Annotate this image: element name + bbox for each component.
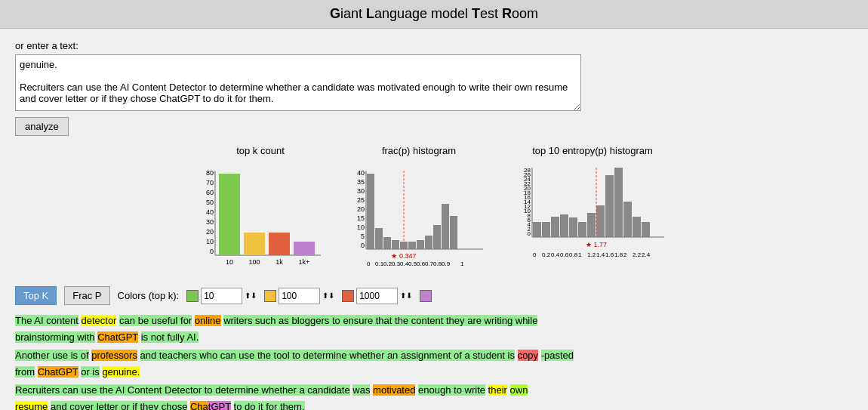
color-swatch-green (186, 290, 199, 302)
hl-span: Another use is of (15, 350, 89, 361)
svg-text:0.4: 0.4 (551, 251, 560, 258)
frac-p-chart: frac(p) histogram 40 35 30 25 20 15 10 5… (343, 145, 494, 277)
svg-rect-83 (642, 222, 650, 237)
svg-text:10: 10 (206, 238, 214, 245)
svg-rect-75 (569, 217, 577, 237)
color-value-1[interactable] (201, 288, 242, 304)
hl-span: enough to write (418, 384, 485, 396)
svg-text:2: 2 (623, 251, 627, 258)
svg-text:20: 20 (357, 205, 365, 213)
hl-span: to do it for them. (234, 401, 305, 410)
top-k-tab[interactable]: Top K (15, 286, 57, 305)
frac-p-svg: 40 35 30 25 20 15 10 5 0 (343, 160, 494, 277)
color-value-2[interactable] (279, 288, 320, 304)
hl-span: own (510, 384, 528, 396)
svg-rect-78 (596, 205, 605, 237)
svg-rect-73 (551, 217, 559, 237)
svg-text:0: 0 (533, 251, 537, 258)
svg-rect-79 (605, 175, 614, 237)
top-k-title: top k count (236, 145, 285, 156)
hl-span: motivated (373, 384, 415, 396)
svg-text:0.1: 0.1 (375, 260, 384, 267)
svg-rect-71 (533, 222, 541, 237)
svg-text:40: 40 (206, 208, 214, 216)
svg-text:1k: 1k (275, 258, 283, 266)
hl-span: copy (518, 350, 538, 361)
svg-text:30: 30 (206, 218, 214, 226)
color-group-2: ⬆⬇ (264, 288, 334, 304)
top-k-svg: 80 70 60 50 40 30 20 10 0 10 100 (192, 160, 328, 277)
svg-text:0.2: 0.2 (383, 260, 392, 267)
paragraph-3: Recruiters can use the AI Content Detect… (15, 382, 581, 410)
hl-span: their (488, 384, 507, 396)
arrow-icon-2: ⬆⬇ (322, 291, 334, 300)
color-swatch-yellow (264, 290, 276, 302)
svg-rect-30 (367, 174, 374, 249)
svg-text:60: 60 (206, 189, 214, 196)
svg-text:0.6: 0.6 (417, 260, 426, 267)
svg-text:100: 100 (248, 258, 260, 266)
svg-rect-77 (587, 213, 596, 237)
svg-text:0: 0 (528, 230, 531, 237)
hl-span: ChatGPT (38, 366, 78, 378)
hl-span: online (195, 315, 221, 326)
svg-text:0.5: 0.5 (408, 260, 417, 267)
hl-span: was (352, 384, 370, 396)
svg-rect-82 (633, 217, 641, 237)
svg-text:2.4: 2.4 (642, 251, 651, 258)
svg-rect-14 (294, 242, 315, 255)
hl-span: resume (15, 401, 48, 410)
svg-rect-11 (219, 174, 240, 255)
svg-text:30: 30 (357, 187, 365, 195)
text-input[interactable]: genuine. Recruiters can use the AI Conte… (15, 54, 581, 111)
svg-text:1: 1 (578, 251, 582, 258)
svg-text:40: 40 (357, 169, 365, 177)
color-group-3: ⬆⬇ (342, 288, 412, 304)
svg-rect-40 (450, 216, 457, 249)
svg-text:★ 0.347: ★ 0.347 (391, 252, 416, 260)
hl-span: Cha (190, 401, 208, 410)
hl-span: genuine. (102, 366, 140, 378)
hl-span: The AI content (15, 315, 78, 326)
arrow-icon-1: ⬆⬇ (245, 291, 257, 300)
svg-text:35: 35 (357, 178, 365, 186)
svg-text:5: 5 (361, 233, 365, 240)
svg-text:50: 50 (206, 199, 214, 206)
input-label: or enter a text: (15, 40, 853, 51)
svg-text:80: 80 (206, 169, 214, 177)
svg-text:20: 20 (206, 228, 214, 236)
svg-rect-33 (392, 240, 399, 249)
svg-text:0: 0 (361, 242, 365, 249)
frac-p-tab[interactable]: Frac P (64, 286, 109, 305)
hl-span: ChatGPT (97, 331, 138, 343)
svg-rect-37 (425, 236, 432, 249)
svg-text:10: 10 (357, 223, 365, 231)
svg-text:0: 0 (210, 248, 214, 255)
svg-rect-38 (433, 225, 441, 249)
svg-rect-35 (408, 242, 416, 249)
entropy-chart: top 10 entropy(p) histogram 28 26 24 22 … (509, 145, 676, 277)
color-value-3[interactable] (356, 288, 398, 304)
svg-rect-32 (383, 237, 391, 249)
analyze-button[interactable]: analyze (15, 117, 69, 136)
svg-rect-36 (417, 240, 424, 249)
paragraph-2: Another use is of professors and teacher… (15, 347, 581, 381)
svg-text:★ 1.77: ★ 1.77 (586, 241, 607, 248)
svg-rect-31 (375, 228, 383, 249)
hl-span: is not fully AI. (141, 331, 199, 343)
svg-rect-12 (244, 233, 265, 255)
hl-span: Recruiters can use the AI Content Detect… (15, 384, 350, 396)
svg-text:1.4: 1.4 (596, 251, 605, 258)
hl-span: professors (91, 350, 137, 361)
color-group-1: ⬆⬇ (186, 288, 257, 304)
svg-rect-74 (560, 214, 568, 237)
svg-text:10: 10 (226, 258, 233, 266)
svg-text:0: 0 (367, 260, 371, 267)
arrow-icon-3: ⬆⬇ (400, 291, 412, 300)
colors-label: Colors (top k): (118, 290, 180, 301)
svg-text:1.2: 1.2 (587, 251, 596, 258)
svg-text:0.2: 0.2 (542, 251, 551, 258)
svg-rect-39 (442, 204, 449, 249)
svg-text:1k+: 1k+ (299, 258, 310, 266)
svg-text:25: 25 (357, 196, 365, 204)
